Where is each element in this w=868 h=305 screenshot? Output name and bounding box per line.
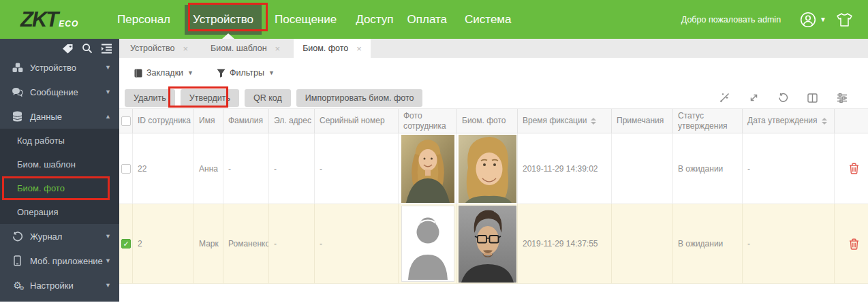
menu-item-personnel[interactable]: Персонал xyxy=(117,13,170,27)
sidebar-item-journal[interactable]: Журнал ▼ xyxy=(0,224,119,248)
sidebar-item-label: Моб. приложение xyxy=(30,256,105,266)
sidebar-item-label: Устройство xyxy=(30,63,105,73)
filter-funnel-icon xyxy=(217,69,226,78)
refresh-history-icon[interactable] xyxy=(778,93,788,103)
sidebar-item-mobile-app[interactable]: Моб. приложение ▼ xyxy=(0,248,119,273)
column-header-employee-photo: Фото сотрудника xyxy=(399,109,457,133)
close-icon[interactable]: × xyxy=(183,44,188,54)
search-icon[interactable] xyxy=(82,43,93,54)
cell-serial: - xyxy=(315,133,399,204)
column-header-serial: Серийный номер xyxy=(315,109,399,133)
row-checkbox[interactable] xyxy=(121,164,131,174)
menu-item-payment[interactable]: Оплата xyxy=(407,13,447,27)
column-header-approval-status: Статус утверждения xyxy=(673,109,743,133)
sidebar-subitem-operation[interactable]: Операция xyxy=(0,200,119,224)
cell-actions xyxy=(835,133,868,204)
column-header-id: ID сотрудника xyxy=(133,109,194,133)
sidebar-item-label: Настройки xyxy=(30,280,105,291)
sliders-settings-icon[interactable] xyxy=(837,93,848,103)
column-header-approval-date: Дата утверждения xyxy=(743,109,835,133)
delete-row-icon[interactable] xyxy=(849,238,859,250)
table-row: 22 Анна - - - xyxy=(119,133,868,204)
history-icon xyxy=(12,231,23,242)
row-checkbox-cell: ✓ xyxy=(119,204,133,283)
sidebar-tools xyxy=(0,39,119,55)
cell-email: - xyxy=(269,204,315,283)
bookmarks-label: Закладки xyxy=(146,68,183,78)
chevron-down-icon: ▼ xyxy=(105,89,111,95)
sidebar-item-label: Журнал xyxy=(30,231,105,242)
column-header-email: Эл. адрес xyxy=(269,109,315,133)
sidebar-subitem-bio-template[interactable]: Биом. шаблон xyxy=(0,152,119,176)
sidebar-item-data[interactable]: Данные ▲ xyxy=(0,104,119,129)
menu-item-system[interactable]: Система xyxy=(465,13,511,27)
menu-item-attendance[interactable]: Посещение xyxy=(275,13,337,27)
database-icon xyxy=(12,111,23,122)
zkteco-logo[interactable]: ZKT ECO xyxy=(20,7,109,32)
sort-icon[interactable] xyxy=(591,118,596,125)
cell-approval-date: - xyxy=(743,133,835,204)
expand-icon[interactable] xyxy=(749,93,759,103)
tag-icon[interactable] xyxy=(62,44,74,54)
close-icon[interactable]: × xyxy=(275,44,281,54)
close-icon[interactable]: × xyxy=(356,44,362,54)
chevron-down-icon: ▼ xyxy=(105,233,111,240)
cell-notes xyxy=(612,133,673,204)
sidebar-item-message[interactable]: Сообщение ▼ xyxy=(0,80,119,104)
tab-bio-template[interactable]: Биом. шаблон × xyxy=(202,39,289,58)
cell-id: 2 xyxy=(133,204,194,283)
magic-wand-icon[interactable] xyxy=(719,93,730,103)
row-checkbox-checked[interactable]: ✓ xyxy=(121,239,131,248)
approve-button[interactable]: Утвердить xyxy=(181,89,239,107)
column-header-last-name: Фамилия xyxy=(223,109,269,133)
list-toolbar: Закладки ▼ Фильтры ▼ xyxy=(119,58,868,88)
logo-text-zkt: ZKT xyxy=(20,7,57,32)
top-navbar: ZKT ECO Персонал Устройство Посещение До… xyxy=(0,0,868,39)
sort-icon[interactable] xyxy=(822,118,827,125)
tab-label: Биом. фото xyxy=(303,44,348,53)
cell-approval-date: - xyxy=(743,204,835,283)
filters-dropdown[interactable]: Фильтры ▼ xyxy=(217,68,275,78)
menu-item-device-label: Устройство xyxy=(193,13,253,27)
zkteco-biophoto-screen: ZKT ECO Персонал Устройство Посещение До… xyxy=(0,0,868,305)
bio-photo-man-glasses xyxy=(459,206,516,283)
theme-shirt-icon[interactable] xyxy=(836,12,853,27)
user-account-menu[interactable]: ▼ xyxy=(800,12,826,28)
sidebar-subitem-bio-photo[interactable]: Биом. фото xyxy=(0,176,119,200)
bookmarks-dropdown[interactable]: Закладки ▼ xyxy=(134,68,193,78)
cell-first-name: Анна xyxy=(194,133,223,204)
menu-item-device-active[interactable]: Устройство xyxy=(185,5,262,35)
cell-last-name: Романенко xyxy=(223,204,269,283)
sidebar-item-label: Сообщение xyxy=(30,87,105,97)
qr-code-button[interactable]: QR код xyxy=(245,89,291,107)
sidebar-item-settings[interactable]: ⚙⚙ Настройки ▼ xyxy=(0,273,119,298)
cell-capture-time: 2019-11-29 14:37:55 xyxy=(518,204,612,283)
chevron-down-icon: ▼ xyxy=(820,16,826,23)
devices-icon xyxy=(12,63,23,73)
cell-first-name: Марк xyxy=(194,204,223,283)
sidebar-subitem-workcode[interactable]: Код работы xyxy=(0,129,119,152)
tab-device[interactable]: Устройство × xyxy=(121,39,197,58)
column-header-capture-time: Время фиксации xyxy=(518,109,612,133)
columns-icon[interactable] xyxy=(807,93,818,103)
sidebar-item-device[interactable]: Устройство ▼ xyxy=(0,55,119,80)
import-bio-photo-button[interactable]: Импортировать биом. фото xyxy=(296,89,423,107)
delete-row-icon[interactable] xyxy=(849,163,859,174)
subitem-label: Операция xyxy=(17,207,59,217)
chevron-down-icon: ▼ xyxy=(187,69,193,76)
main-menu: Персонал Устройство Посещение Доступ Опл… xyxy=(117,0,512,39)
tab-bio-photo-active[interactable]: Биом. фото × xyxy=(294,39,371,58)
select-all-checkbox[interactable] xyxy=(121,116,131,126)
welcome-text: Добро пожаловать admin xyxy=(681,15,781,25)
delete-button[interactable]: Удалить xyxy=(125,89,175,107)
menu-fold-icon[interactable] xyxy=(101,44,112,54)
table-header: ID сотрудника Имя Фамилия Эл. адрес Сери… xyxy=(119,108,868,133)
cell-capture-time: 2019-11-29 14:39:02 xyxy=(518,133,612,204)
cell-approval-status: В ожидании xyxy=(673,133,743,204)
gear-icon: ⚙⚙ xyxy=(12,280,23,290)
column-header-bio-photo: Биом. фото xyxy=(457,109,518,133)
row-checkbox-cell xyxy=(119,133,133,204)
menu-item-access[interactable]: Доступ xyxy=(356,13,393,27)
table-actions-row: Удалить Утвердить QR код Импортировать б… xyxy=(119,87,868,108)
filters-label: Фильтры xyxy=(230,68,264,78)
